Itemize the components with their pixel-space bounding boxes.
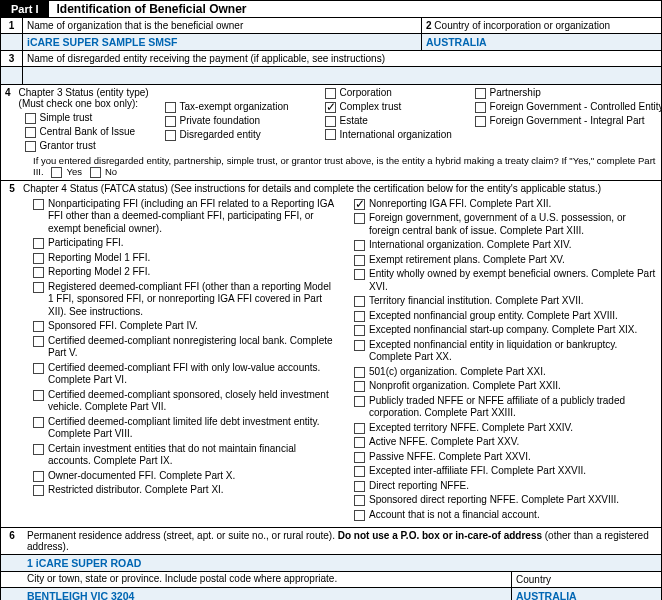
cb-ch4-right-2[interactable]: [354, 240, 365, 251]
cb-disregarded[interactable]: [165, 130, 176, 141]
cb-grantor-trust[interactable]: [25, 141, 36, 152]
cb-ch4-right-9[interactable]: [354, 367, 365, 378]
line-1-num: 1: [1, 18, 23, 33]
cb-ch4-right-10[interactable]: [354, 381, 365, 392]
cb-ch4-right-16[interactable]: [354, 481, 365, 492]
cb-partnership[interactable]: [475, 88, 486, 99]
line-5-label: Chapter 4 Status (FATCA status) (See ins…: [23, 183, 657, 194]
cb-ch4-left-0[interactable]: [33, 199, 44, 210]
row-1-2: 1 Name of organization that is the benef…: [1, 18, 661, 34]
cb-ch4-right-0[interactable]: [354, 199, 365, 210]
cb-treaty-yes[interactable]: [51, 167, 62, 178]
line-1-label: Name of organization that is the benefic…: [27, 20, 417, 31]
cb-ch4-left-5[interactable]: [33, 321, 44, 332]
cb-ch4-right-8[interactable]: [354, 340, 365, 351]
cb-ch4-right-14[interactable]: [354, 452, 365, 463]
cb-simple-trust[interactable]: [25, 113, 36, 124]
perm-country-value[interactable]: AUSTRALIA: [511, 588, 661, 600]
cb-ch4-left-10[interactable]: [33, 444, 44, 455]
row-6-label: 6 Permanent residence address (street, a…: [1, 528, 661, 555]
cb-ch4-right-6[interactable]: [354, 311, 365, 322]
org-name-value[interactable]: iCARE SUPER SAMPLE SMSF: [23, 34, 421, 50]
row-6-city-value: BENTLEIGH VIC 3204 AUSTRALIA: [1, 588, 661, 600]
form-w8bene-part1: Part I Identification of Beneficial Owne…: [0, 0, 662, 600]
cb-ch4-left-3[interactable]: [33, 267, 44, 278]
part-title: Identification of Beneficial Owner: [49, 2, 247, 16]
row-6-city-label: City or town, state or province. Include…: [1, 572, 661, 588]
line-6-num: 6: [1, 528, 23, 554]
cb-ch4-left-8[interactable]: [33, 390, 44, 401]
cb-ch4-left-6[interactable]: [33, 336, 44, 347]
cb-treaty-no[interactable]: [90, 167, 101, 178]
cb-ch4-left-12[interactable]: [33, 485, 44, 496]
cb-ch4-right-11[interactable]: [354, 396, 365, 407]
cb-ch4-right-1[interactable]: [354, 213, 365, 224]
perm-address-value[interactable]: 1 iCARE SUPER ROAD: [23, 555, 661, 571]
line-3-num: 3: [1, 51, 23, 66]
part-header: Part I Identification of Beneficial Owne…: [1, 1, 661, 18]
cb-estate[interactable]: [325, 116, 336, 127]
line-5-num: 5: [1, 181, 23, 528]
row-3-value[interactable]: [1, 67, 661, 85]
cb-ch4-right-12[interactable]: [354, 423, 365, 434]
line-3-label: Name of disregarded entity receiving the…: [23, 51, 661, 66]
cb-fg-controlled[interactable]: [475, 102, 486, 113]
cb-ch4-right-4[interactable]: [354, 269, 365, 280]
cb-tax-exempt[interactable]: [165, 102, 176, 113]
ch4-left-col: Nonparticipating FFI (including an FFI r…: [23, 196, 336, 524]
cb-ch4-left-9[interactable]: [33, 417, 44, 428]
row-4: 4 Chapter 3 Status (entity type) (Must c…: [1, 85, 661, 154]
cb-ch4-right-13[interactable]: [354, 437, 365, 448]
line-2-num: 2: [426, 20, 432, 31]
cb-ch4-right-7[interactable]: [354, 325, 365, 336]
cb-ch4-right-3[interactable]: [354, 255, 365, 266]
cb-ch4-right-17[interactable]: [354, 495, 365, 506]
row-1-2-values: iCARE SUPER SAMPLE SMSF AUSTRALIA: [1, 34, 661, 51]
cb-central-bank[interactable]: [25, 127, 36, 138]
cb-ch4-right-15[interactable]: [354, 466, 365, 477]
cb-intl-org[interactable]: [325, 129, 336, 140]
row-5: 5 Chapter 4 Status (FATCA status) (See i…: [1, 181, 661, 529]
cb-private-foundation[interactable]: [165, 116, 176, 127]
part-tab: Part I: [1, 1, 49, 17]
cb-ch4-right-5[interactable]: [354, 296, 365, 307]
cb-ch4-left-11[interactable]: [33, 471, 44, 482]
row-4-treaty: If you entered disregarded entity, partn…: [1, 154, 661, 181]
treaty-text: If you entered disregarded entity, partn…: [33, 155, 655, 177]
line-4-num: 4: [1, 85, 15, 154]
cb-fg-integral[interactable]: [475, 116, 486, 127]
cb-ch4-left-2[interactable]: [33, 253, 44, 264]
cb-ch4-left-1[interactable]: [33, 238, 44, 249]
cb-complex-trust[interactable]: [325, 102, 336, 113]
country-inc-value[interactable]: AUSTRALIA: [421, 34, 661, 50]
cb-ch4-left-7[interactable]: [33, 363, 44, 374]
cb-corporation[interactable]: [325, 88, 336, 99]
line-2-label: Country of incorporation or organization: [434, 20, 610, 31]
ch4-right-col: Nonreporting IGA FFI. Complete Part XII.…: [344, 196, 657, 524]
row-3: 3 Name of disregarded entity receiving t…: [1, 51, 661, 67]
perm-city-value[interactable]: BENTLEIGH VIC 3204: [23, 588, 511, 600]
cb-ch4-right-18[interactable]: [354, 510, 365, 521]
cb-ch4-left-4[interactable]: [33, 282, 44, 293]
line-4-label: Chapter 3 Status (entity type) (Must che…: [19, 87, 165, 109]
row-6-address[interactable]: 1 iCARE SUPER ROAD: [1, 555, 661, 572]
